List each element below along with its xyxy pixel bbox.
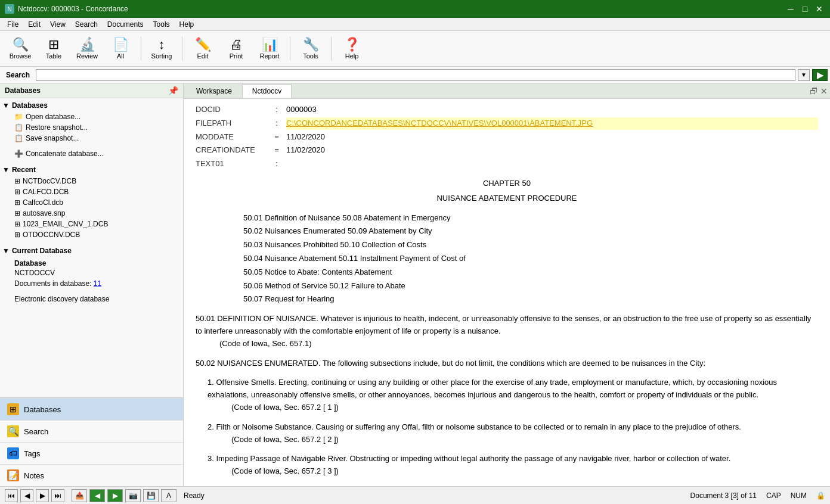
panel-header-label: Databases [5,86,41,95]
search-go-button[interactable]: ▶ [812,69,828,81]
nav-last-button[interactable]: ⏭ [51,489,64,502]
nav-notes[interactable]: 📝 Notes [0,464,183,486]
help-icon: ❓ [344,38,360,51]
section-5002-text: 50.02 NUISANCES ENUMERATED. The followin… [196,357,818,370]
section-5001-text: 50.01 DEFINITION OF NUISANCE. Whatever i… [196,313,818,338]
tab-close-button[interactable]: ✕ [820,86,828,96]
main-layout: Databases 📌 ▼ Databases 📁 Open database.… [0,83,830,486]
section-5002-2-text: 2. Filth or Noisome Substance. Causing o… [208,421,818,434]
tab-restore-button[interactable]: 🗗 [810,86,818,96]
concatenate-label: Concatenate database... [26,150,104,158]
minimize-button[interactable]: ─ [785,3,797,15]
status-left: ⏮ ◀ ▶ ⏭ 📤 ◀ ▶ 📷 💾 A Ready [5,489,205,502]
restore-snapshot-item[interactable]: 📋 Restore snapshot... [0,122,183,133]
section-5002-2-code: (Code of Iowa, Sec. 657.2 [ 2 ]) [231,434,818,446]
field-docid: DOCID : 0000003 [196,104,818,116]
recent-section-header[interactable]: ▼ Recent [0,164,183,176]
menu-documents[interactable]: Documents [103,19,148,30]
lock-indicator: 🔒 [816,491,825,500]
panel-pin-icon[interactable]: 📌 [168,86,178,95]
tab-workspace[interactable]: Workspace [186,84,242,98]
toc-row-7: 50.07 Request for Hearing [243,293,818,306]
toolbar-separator-1 [141,37,141,61]
nav-databases-label: Databases [24,405,61,414]
tools-icon: 🔧 [303,38,319,51]
save-snapshot-item[interactable]: 📋 Save snapshot... [0,133,183,144]
menu-view[interactable]: View [45,19,70,30]
table-label: Table [46,52,61,60]
status-bar: ⏮ ◀ ▶ ⏭ 📤 ◀ ▶ 📷 💾 A Ready Document 3 [3]… [0,486,830,504]
action-buttons: 📤 ◀ ▶ 📷 💾 A [72,489,176,502]
recent-nctdoccv[interactable]: ⊞ NCTDocCV.DCB [0,176,183,186]
help-button[interactable]: ❓ Help [336,33,367,64]
recent-otdoccnv-label: OTDOCCNV.DCB [23,231,80,239]
spacer-2 [14,288,178,295]
maximize-button[interactable]: □ [799,3,811,15]
databases-section: ▼ Databases 📁 Open database... 📋 Restore… [0,99,183,159]
field-creationdate: CREATIONDATE = 11/02/2020 [196,144,818,157]
section-5002-3-code: (Code of Iowa, Sec. 657.2 [ 3 ]) [231,465,818,478]
concatenate-database-item[interactable]: ➕ Concatenate database... [0,148,183,159]
recent-section: ▼ Recent ⊞ NCTDocCV.DCB ⊞ CALFCO.DCB ⊞ C… [0,164,183,240]
section-5002-2-label: 2. [208,422,214,431]
camera-button[interactable]: 📷 [125,489,141,502]
db-icon-6: ⊞ [14,231,20,239]
title-bar-controls[interactable]: ─ □ ✕ [785,3,825,15]
section-5002-4-text: 4. Water Pollution Corrupting or renderi… [208,485,818,486]
left-panel: Databases 📌 ▼ Databases 📁 Open database.… [0,83,184,486]
table-button[interactable]: ⊞ Table [38,33,69,64]
recent-1023email[interactable]: ⊞ 1023_EMAIL_CNV_1.DCB [0,219,183,229]
review-button[interactable]: 🔬 Review [72,33,103,64]
browse-button[interactable]: 🔍 Browse [5,33,36,64]
nav-prev-button[interactable]: ◀ [20,489,33,502]
current-database-section-header[interactable]: ▼ Current Database [0,245,183,257]
menu-file[interactable]: File [2,19,23,30]
toc-row-4: 50.04 Nuisance Abatement 50.11 Installme… [243,253,818,265]
tab-nctdoccv[interactable]: Nctdoccv [242,84,292,98]
toc-row-2: 50.02 Nuisances Enumerated 50.09 Abateme… [243,225,818,238]
doc-chapter: CHAPTER 50 [196,178,818,190]
edit-icon: ✏️ [195,38,211,51]
databases-section-header[interactable]: ▼ Databases [0,99,183,111]
search-dropdown-button[interactable]: ▼ [798,69,810,81]
menu-edit[interactable]: Edit [23,19,45,30]
menu-help[interactable]: Help [175,19,199,30]
doc-toc: 50.01 Definition of Nuisance 50.08 Abate… [243,212,818,306]
menu-tools[interactable]: Tools [148,19,175,30]
open-database-item[interactable]: 📁 Open database... [0,111,183,122]
recent-arrow: ▼ [2,166,10,174]
nav-first-button[interactable]: ⏮ [5,489,18,502]
recent-calfcoci-label: CalfcoCl.dcb [23,198,63,207]
field-docid-value: 0000003 [286,104,818,116]
forward-button[interactable]: ▶ [107,489,123,502]
all-button[interactable]: 📄 All [105,33,136,64]
load-button[interactable]: 📤 [72,489,87,502]
help-label: Help [345,52,359,60]
search-input[interactable] [36,69,795,81]
menu-search[interactable]: Search [70,19,103,30]
close-button[interactable]: ✕ [813,3,825,15]
report-button[interactable]: 📊 Report [254,33,285,64]
sorting-button[interactable]: ↕ Sorting [146,33,177,64]
recent-calfcoci[interactable]: ⊞ CalfcoCl.dcb [0,197,183,208]
tools-button[interactable]: 🔧 Tools [295,33,326,64]
nav-notes-label: Notes [24,471,44,480]
toc-row-3: 50.03 Nuisances Prohibited 50.10 Collect… [243,239,818,251]
recent-nctdoccv-label: NCTDocCV.DCB [23,177,76,185]
print-button[interactable]: 🖨 Print [221,33,252,64]
font-button[interactable]: A [161,489,176,502]
recent-1023email-label: 1023_EMAIL_CNV_1.DCB [23,220,108,228]
recent-autosave[interactable]: ⊞ autosave.snp [0,208,183,219]
recent-otdoccnv[interactable]: ⊞ OTDOCCNV.DCB [0,229,183,240]
nav-tags[interactable]: 🏷 Tags [0,442,183,464]
nav-search[interactable]: 🔍 Search [0,420,183,442]
recent-calfco[interactable]: ⊞ CALFCO.DCB [0,186,183,197]
section-5002-3-label: 3. [208,454,214,463]
nav-next-button[interactable]: ▶ [36,489,49,502]
edit-button[interactable]: ✏️ Edit [187,33,218,64]
back-button[interactable]: ◀ [89,489,105,502]
nav-databases[interactable]: ⊞ Databases [0,398,183,420]
sorting-label: Sorting [151,52,172,60]
section-5002-1-label: 1. [208,378,214,387]
save-button[interactable]: 💾 [143,489,159,502]
